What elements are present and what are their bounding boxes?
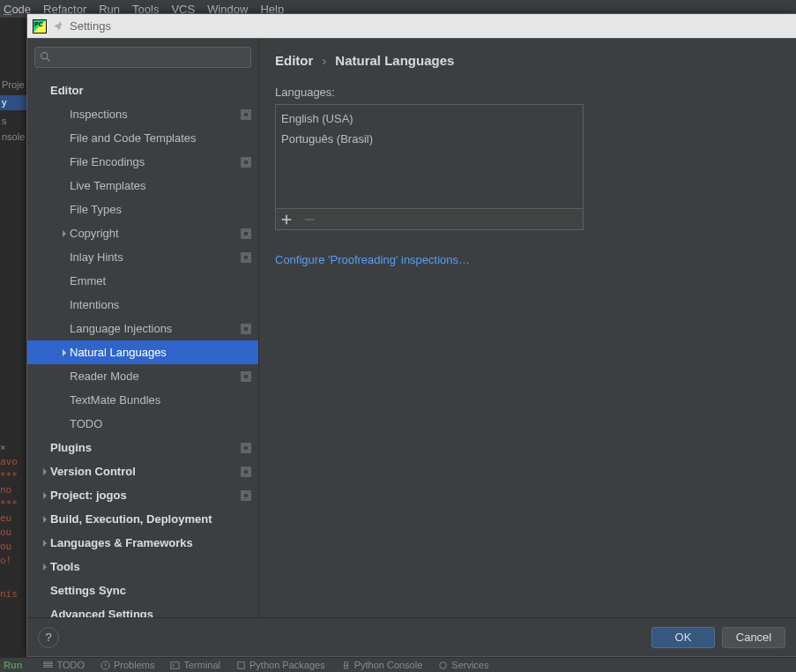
tree-item-textmate-bundles[interactable]: TextMate Bundles [34, 388, 251, 412]
status-python-packages[interactable]: Python Packages [236, 660, 325, 670]
status-todo[interactable]: TODO [43, 660, 85, 670]
status-bar: Run TODO Problems Terminal Python Packag… [0, 657, 796, 672]
svg-line-1 [47, 58, 49, 61]
tree-item-natural-languages[interactable]: Natural Languages [27, 340, 258, 364]
bg-console-line: *** [0, 469, 26, 483]
project-scope-icon [241, 467, 251, 477]
project-scope-icon [241, 109, 251, 120]
status-problems[interactable]: Problems [100, 660, 154, 670]
languages-toolbar [276, 208, 583, 229]
bg-console-output: × avo *** no *** eu ou ou o! nis [0, 441, 26, 601]
bg-console-line: avo [0, 455, 26, 469]
svg-rect-11 [243, 326, 249, 332]
settings-tree[interactable]: Editor Inspections File and Code Templat… [27, 78, 258, 617]
bg-console-label[interactable]: nsole [0, 131, 26, 142]
settings-dialog: Settings Editor Inspections File and Cod… [26, 13, 796, 657]
svg-rect-15 [243, 445, 249, 451]
tree-item-build[interactable]: Build, Execution, Deployment [34, 507, 251, 531]
search-icon [40, 51, 51, 63]
project-scope-icon [241, 252, 251, 263]
tree-item-inspections[interactable]: Inspections [34, 102, 251, 126]
settings-content: Editor › Natural Languages Languages: En… [259, 39, 796, 617]
status-services[interactable]: Services [438, 660, 488, 670]
tree-item-language-injections[interactable]: Language Injections [34, 317, 251, 340]
chevron-right-icon: › [322, 53, 326, 68]
svg-rect-22 [305, 219, 315, 220]
tree-item-copyright[interactable]: Copyright [34, 221, 251, 245]
svg-point-29 [440, 661, 446, 668]
remove-language-button[interactable] [302, 213, 316, 227]
project-scope-icon [241, 228, 251, 239]
breadcrumb-leaf: Natural Languages [335, 53, 454, 68]
pycharm-app-icon [33, 19, 47, 34]
svg-rect-21 [282, 219, 292, 220]
svg-rect-9 [243, 255, 249, 260]
dialog-title: Settings [70, 19, 111, 33]
tree-item-file-code-templates[interactable]: File and Code Templates [34, 126, 251, 150]
bg-console-line: eu [0, 511, 26, 526]
project-scope-icon [241, 324, 251, 334]
tree-item-intentions[interactable]: Intentions [34, 293, 251, 317]
languages-list[interactable]: English (USA) Português (Brasil) [276, 105, 583, 208]
language-item[interactable]: Português (Brasil) [281, 129, 577, 149]
tree-item-project[interactable]: Project: jogos [34, 483, 251, 507]
tree-item-advanced-settings[interactable]: Advanced Settings [34, 602, 251, 617]
help-button[interactable]: ? [38, 627, 59, 648]
bg-console-line: ou [0, 540, 26, 554]
tree-item-file-types[interactable]: File Types [34, 198, 251, 221]
bg-run-highlight[interactable]: y [0, 95, 26, 110]
svg-rect-13 [243, 374, 249, 379]
tree-item-version-control[interactable]: Version Control [34, 459, 251, 483]
tree-item-file-encodings[interactable]: File Encodings [34, 150, 251, 174]
bg-console-line: no [0, 483, 26, 497]
svg-rect-28 [238, 661, 244, 668]
status-python-console[interactable]: Python Console [341, 660, 423, 670]
bg-console-line: o! [0, 554, 26, 568]
project-scope-icon [241, 490, 251, 501]
tree-item-reader-mode[interactable]: Reader Mode [34, 364, 251, 388]
project-scope-icon [241, 371, 251, 382]
dialog-footer: ? OK Cancel [27, 617, 796, 656]
svg-rect-17 [243, 469, 249, 474]
svg-rect-3 [243, 112, 249, 117]
languages-list-box: English (USA) Português (Brasil) [275, 104, 584, 230]
tree-item-emmet[interactable]: Emmet [34, 269, 251, 293]
breadcrumb: Editor › Natural Languages [275, 53, 780, 68]
bg-console-line: *** [0, 497, 26, 511]
languages-label: Languages: [275, 86, 780, 99]
status-terminal[interactable]: Terminal [170, 660, 220, 670]
tree-item-todo[interactable]: TODO [34, 412, 251, 436]
tree-item-tools[interactable]: Tools [34, 555, 251, 579]
cancel-button[interactable]: Cancel [722, 627, 785, 648]
svg-rect-19 [243, 493, 249, 498]
tree-item-inlay-hints[interactable]: Inlay Hints [34, 245, 251, 269]
svg-rect-7 [243, 231, 249, 236]
tree-item-live-templates[interactable]: Live Templates [34, 174, 251, 198]
project-scope-icon [241, 443, 251, 453]
pin-icon[interactable] [52, 20, 64, 33]
bg-project-label[interactable]: Proje [0, 79, 26, 90]
bg-console-line: nis [0, 587, 26, 601]
settings-search-input[interactable] [34, 47, 251, 68]
dialog-title-bar[interactable]: Settings [27, 14, 796, 39]
ok-button[interactable]: OK [651, 627, 715, 648]
add-language-button[interactable] [279, 213, 294, 227]
tree-item-lang-frameworks[interactable]: Languages & Frameworks [34, 531, 251, 555]
bg-close-x[interactable]: × [0, 441, 26, 455]
svg-rect-23 [44, 661, 52, 663]
configure-proofreading-link[interactable]: Configure 'Proofreading' inspections… [275, 253, 780, 266]
tree-item-editor[interactable]: Editor [34, 78, 251, 102]
breadcrumb-root[interactable]: Editor [275, 53, 313, 68]
svg-point-0 [41, 53, 48, 59]
tree-item-settings-sync[interactable]: Settings Sync [34, 579, 251, 602]
project-scope-icon [241, 157, 251, 168]
tree-item-plugins[interactable]: Plugins [34, 436, 251, 459]
settings-sidebar: Editor Inspections File and Code Templat… [27, 39, 259, 617]
language-item[interactable]: English (USA) [281, 108, 577, 129]
svg-rect-24 [44, 665, 52, 667]
status-run-label[interactable]: Run [4, 660, 22, 670]
svg-rect-5 [243, 160, 249, 165]
bg-console-line: ou [0, 526, 26, 540]
bg-s: s [0, 116, 26, 126]
